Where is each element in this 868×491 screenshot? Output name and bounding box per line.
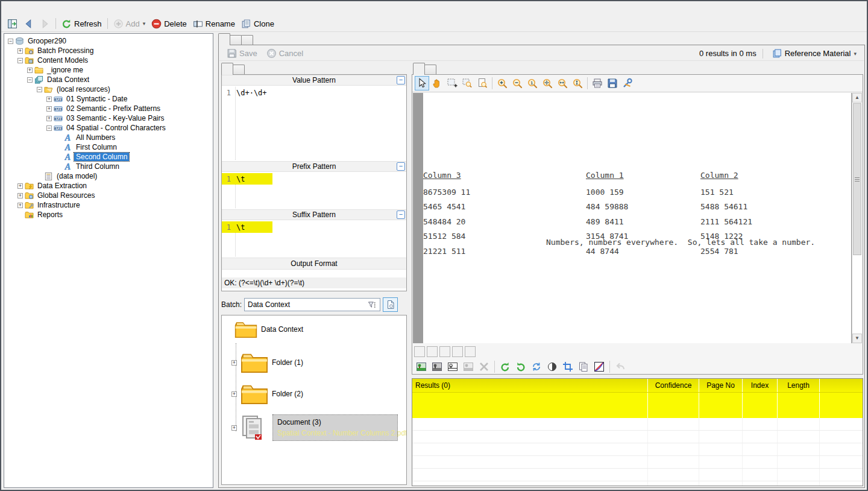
- toolbar-button[interactable]: [4, 17, 20, 30]
- cancel-button[interactable]: Cancel: [263, 47, 306, 60]
- tree-item[interactable]: − (local resources): [4, 84, 213, 94]
- expander-icon[interactable]: −: [17, 58, 23, 63]
- batch-tree-item[interactable]: + Folder (1): [231, 352, 303, 373]
- tree-item[interactable]: − Grooper290: [4, 36, 213, 46]
- toolbar-button[interactable]: Delete: [148, 17, 190, 30]
- viewer-tool-button[interactable]: [510, 76, 524, 90]
- tree-item[interactable]: − 0723 04 Spatial - Control Characters: [4, 123, 213, 133]
- image-tool-button[interactable]: [561, 360, 575, 374]
- viewer-tool-button[interactable]: 1: [525, 76, 539, 90]
- viewer-tool-button[interactable]: [540, 76, 555, 90]
- viewer-tool-button[interactable]: [430, 76, 444, 90]
- tree-item[interactable]: + Global Resources: [4, 191, 213, 200]
- suffix-pattern-editor[interactable]: 1 \t: [222, 220, 406, 258]
- tree-item[interactable]: + Infrastructure: [4, 200, 213, 210]
- image-tool-button[interactable]: [477, 360, 491, 374]
- tree-item[interactable]: A First Column: [4, 142, 213, 152]
- menu-item[interactable]: [41, 7, 53, 10]
- image-tool-button[interactable]: [414, 360, 429, 374]
- viewer-tool-button[interactable]: [415, 76, 429, 90]
- scroll-down-icon[interactable]: ▼: [852, 334, 862, 343]
- tree-item[interactable]: − Data Context: [4, 75, 213, 84]
- toolbar-button[interactable]: Add ▾: [110, 17, 149, 30]
- expander-icon[interactable]: +: [46, 116, 52, 121]
- tree-item[interactable]: + 0723 03 Semantic - Key-Value Pairs: [4, 113, 213, 123]
- scroll-up-icon[interactable]: ▲: [852, 93, 862, 103]
- viewer-tool-button[interactable]: [445, 76, 459, 90]
- expander-icon[interactable]: −: [27, 77, 33, 83]
- batch-tree-item[interactable]: + Folder (2): [231, 383, 303, 405]
- image-tool-button[interactable]: [613, 360, 627, 374]
- expander-icon[interactable]: +: [27, 68, 33, 73]
- toolbar-button[interactable]: [37, 17, 53, 30]
- tree-item[interactable]: + 0723 01 Syntactic - Date: [4, 94, 213, 104]
- batch-tree-item[interactable]: + Document (3) Spatial Context - Number …: [231, 414, 397, 441]
- image-tool-button[interactable]: [445, 360, 460, 374]
- expander-icon[interactable]: +: [17, 183, 23, 189]
- column-header[interactable]: Index: [742, 379, 777, 392]
- expander-icon[interactable]: +: [46, 97, 52, 102]
- batch-dropdown[interactable]: Data Context: [244, 298, 380, 311]
- viewer-tool-button[interactable]: [605, 76, 620, 90]
- results-title[interactable]: Results (0): [412, 379, 647, 392]
- tree-item[interactable]: + 0723 02 Semantic - Prefix Patterns: [4, 104, 213, 113]
- save-button[interactable]: Save: [224, 47, 260, 60]
- prefix-pattern-editor[interactable]: 1 \t: [222, 172, 406, 209]
- expander-icon[interactable]: −: [46, 125, 52, 131]
- column-header[interactable]: Length: [777, 379, 819, 392]
- image-tool-button[interactable]: [576, 360, 591, 374]
- tree-item[interactable]: Reports: [4, 210, 213, 220]
- expander-icon[interactable]: +: [231, 391, 237, 397]
- viewer-tool-button[interactable]: [570, 76, 585, 90]
- viewer-tool-button[interactable]: [460, 76, 474, 90]
- scrollbar-thumb[interactable]: [853, 103, 861, 255]
- image-canvas[interactable]: Numbers, numbers everywhere. So, lets al…: [413, 93, 862, 343]
- tree-item[interactable]: + _ignore me: [4, 65, 213, 75]
- image-tool-button[interactable]: [498, 360, 512, 374]
- image-tool-button[interactable]: [529, 360, 544, 374]
- viewer-tool-button[interactable]: [555, 76, 570, 90]
- viewer-tool-button[interactable]: [495, 76, 509, 90]
- expander-icon[interactable]: +: [231, 360, 237, 366]
- image-tool-button[interactable]: [514, 360, 528, 374]
- batch-filter-icon[interactable]: [368, 300, 377, 309]
- reference-material-button[interactable]: Reference Material ▾: [769, 47, 860, 60]
- menu-item[interactable]: [5, 7, 17, 10]
- expander-icon[interactable]: +: [231, 425, 237, 431]
- viewer-tool-button[interactable]: [475, 76, 489, 90]
- tree-item[interactable]: + Data Extraction: [4, 181, 213, 191]
- tree-item[interactable]: A Second Column: [4, 152, 213, 162]
- value-pattern-editor[interactable]: 1 \d+·\d+: [222, 86, 406, 161]
- tree-item[interactable]: + Batch Processing: [4, 46, 213, 55]
- main-tab[interactable]: [241, 35, 253, 45]
- collapse-button[interactable]: −: [397, 76, 405, 84]
- toolbar-button[interactable]: Clone: [238, 17, 277, 30]
- viewer-vertical-scrollbar[interactable]: ▲ ▼: [852, 93, 862, 343]
- toolbar-button[interactable]: [20, 17, 37, 30]
- expander-icon[interactable]: +: [17, 193, 23, 198]
- viewer-tool-button[interactable]: [590, 76, 605, 90]
- collapse-button[interactable]: −: [397, 162, 405, 171]
- collapse-button[interactable]: −: [397, 211, 405, 219]
- tree-item[interactable]: − Content Models: [4, 55, 213, 65]
- pattern-tab[interactable]: [221, 63, 233, 75]
- viewer-tab[interactable]: [424, 65, 436, 75]
- pattern-tab[interactable]: [233, 65, 245, 75]
- expander-icon[interactable]: −: [37, 87, 42, 92]
- image-tool-button[interactable]: [545, 360, 559, 374]
- viewer-tool-button[interactable]: [620, 76, 635, 90]
- menu-item[interactable]: [29, 7, 41, 10]
- main-tab[interactable]: [218, 33, 230, 45]
- column-header[interactable]: Confidence: [647, 379, 699, 392]
- toolbar-button[interactable]: Refresh: [58, 17, 105, 30]
- image-tool-button[interactable]: [592, 360, 606, 374]
- tree-item[interactable]: A All Numbers: [4, 133, 213, 142]
- toolbar-button[interactable]: Rename: [190, 17, 238, 30]
- viewer-tab[interactable]: [413, 63, 425, 75]
- expander-icon[interactable]: +: [17, 48, 23, 54]
- image-tool-button[interactable]: [461, 360, 476, 374]
- tree-item[interactable]: (data model): [4, 171, 213, 181]
- expander-icon[interactable]: +: [46, 106, 52, 112]
- batch-document-button[interactable]: [383, 297, 398, 312]
- column-header[interactable]: Page No: [699, 379, 742, 392]
